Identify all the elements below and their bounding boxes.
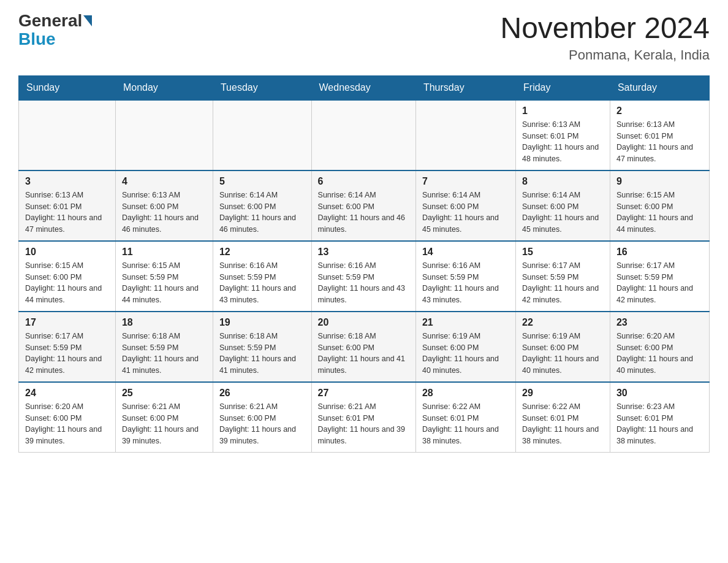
week-row-2: 3Sunrise: 6:13 AM Sunset: 6:01 PM Daylig… — [19, 170, 710, 241]
logo: General Blue — [18, 12, 92, 49]
week-row-4: 17Sunrise: 6:17 AM Sunset: 5:59 PM Dayli… — [19, 312, 710, 382]
calendar-cell: 24Sunrise: 6:20 AM Sunset: 6:00 PM Dayli… — [19, 382, 116, 453]
calendar-cell — [213, 100, 311, 170]
calendar-cell: 25Sunrise: 6:21 AM Sunset: 6:00 PM Dayli… — [115, 382, 213, 453]
day-info: Sunrise: 6:18 AM Sunset: 5:59 PM Dayligh… — [122, 331, 207, 377]
day-info: Sunrise: 6:19 AM Sunset: 6:00 PM Dayligh… — [422, 331, 509, 377]
day-number: 30 — [616, 388, 703, 399]
calendar-cell: 19Sunrise: 6:18 AM Sunset: 5:59 PM Dayli… — [213, 312, 311, 382]
calendar-cell: 4Sunrise: 6:13 AM Sunset: 6:00 PM Daylig… — [115, 170, 213, 241]
day-number: 4 — [122, 176, 207, 187]
day-number: 10 — [25, 247, 109, 258]
calendar-cell: 23Sunrise: 6:20 AM Sunset: 6:00 PM Dayli… — [610, 312, 709, 382]
day-number: 3 — [25, 176, 109, 187]
day-number: 27 — [318, 388, 409, 399]
day-info: Sunrise: 6:22 AM Sunset: 6:01 PM Dayligh… — [522, 401, 604, 447]
day-number: 13 — [318, 247, 409, 258]
day-number: 28 — [422, 388, 509, 399]
title-section: November 2024 Ponmana, Kerala, India — [500, 12, 710, 63]
calendar-table: SundayMondayTuesdayWednesdayThursdayFrid… — [18, 75, 710, 453]
week-row-5: 24Sunrise: 6:20 AM Sunset: 6:00 PM Dayli… — [19, 382, 710, 453]
day-info: Sunrise: 6:18 AM Sunset: 6:00 PM Dayligh… — [318, 331, 409, 377]
day-number: 5 — [219, 176, 305, 187]
day-info: Sunrise: 6:16 AM Sunset: 5:59 PM Dayligh… — [219, 260, 305, 306]
day-number: 23 — [616, 317, 703, 328]
header-cell-saturday: Saturday — [610, 75, 709, 100]
calendar-cell: 14Sunrise: 6:16 AM Sunset: 5:59 PM Dayli… — [415, 241, 515, 312]
calendar-cell: 3Sunrise: 6:13 AM Sunset: 6:01 PM Daylig… — [19, 170, 116, 241]
header-row: SundayMondayTuesdayWednesdayThursdayFrid… — [19, 75, 710, 100]
day-info: Sunrise: 6:13 AM Sunset: 6:01 PM Dayligh… — [522, 119, 604, 165]
calendar-cell: 7Sunrise: 6:14 AM Sunset: 6:00 PM Daylig… — [415, 170, 515, 241]
week-row-3: 10Sunrise: 6:15 AM Sunset: 6:00 PM Dayli… — [19, 241, 710, 312]
day-number: 14 — [422, 247, 509, 258]
day-number: 20 — [318, 317, 409, 328]
calendar-cell: 9Sunrise: 6:15 AM Sunset: 6:00 PM Daylig… — [610, 170, 709, 241]
day-info: Sunrise: 6:18 AM Sunset: 5:59 PM Dayligh… — [219, 331, 305, 377]
day-info: Sunrise: 6:14 AM Sunset: 6:00 PM Dayligh… — [318, 190, 409, 236]
logo-blue: Blue — [18, 29, 56, 49]
calendar-cell: 16Sunrise: 6:17 AM Sunset: 5:59 PM Dayli… — [610, 241, 709, 312]
calendar-cell: 12Sunrise: 6:16 AM Sunset: 5:59 PM Dayli… — [213, 241, 311, 312]
day-info: Sunrise: 6:20 AM Sunset: 6:00 PM Dayligh… — [616, 331, 703, 377]
calendar-cell: 6Sunrise: 6:14 AM Sunset: 6:00 PM Daylig… — [311, 170, 415, 241]
calendar-title: November 2024 — [500, 12, 710, 45]
day-info: Sunrise: 6:21 AM Sunset: 6:00 PM Dayligh… — [122, 401, 207, 447]
day-info: Sunrise: 6:21 AM Sunset: 6:01 PM Dayligh… — [318, 401, 409, 447]
page-header: General Blue November 2024 Ponmana, Kera… — [18, 12, 710, 63]
header-cell-sunday: Sunday — [19, 75, 116, 100]
calendar-cell: 26Sunrise: 6:21 AM Sunset: 6:00 PM Dayli… — [213, 382, 311, 453]
day-number: 11 — [122, 247, 207, 258]
day-number: 17 — [25, 317, 109, 328]
day-info: Sunrise: 6:16 AM Sunset: 5:59 PM Dayligh… — [318, 260, 409, 306]
day-info: Sunrise: 6:21 AM Sunset: 6:00 PM Dayligh… — [219, 401, 305, 447]
logo-arrow-icon — [83, 15, 92, 26]
day-number: 21 — [422, 317, 509, 328]
day-number: 6 — [318, 176, 409, 187]
calendar-cell: 11Sunrise: 6:15 AM Sunset: 5:59 PM Dayli… — [115, 241, 213, 312]
day-info: Sunrise: 6:14 AM Sunset: 6:00 PM Dayligh… — [219, 190, 305, 236]
calendar-cell — [311, 100, 415, 170]
calendar-cell: 29Sunrise: 6:22 AM Sunset: 6:01 PM Dayli… — [516, 382, 610, 453]
header-cell-friday: Friday — [516, 75, 610, 100]
day-info: Sunrise: 6:20 AM Sunset: 6:00 PM Dayligh… — [25, 401, 109, 447]
day-number: 12 — [219, 247, 305, 258]
calendar-cell: 1Sunrise: 6:13 AM Sunset: 6:01 PM Daylig… — [516, 100, 610, 170]
day-number: 9 — [616, 176, 703, 187]
calendar-cell: 22Sunrise: 6:19 AM Sunset: 6:00 PM Dayli… — [516, 312, 610, 382]
header-cell-thursday: Thursday — [415, 75, 515, 100]
calendar-cell: 28Sunrise: 6:22 AM Sunset: 6:01 PM Dayli… — [415, 382, 515, 453]
day-info: Sunrise: 6:13 AM Sunset: 6:01 PM Dayligh… — [25, 190, 109, 236]
day-info: Sunrise: 6:17 AM Sunset: 5:59 PM Dayligh… — [616, 260, 703, 306]
day-info: Sunrise: 6:13 AM Sunset: 6:01 PM Dayligh… — [616, 119, 703, 165]
calendar-cell — [115, 100, 213, 170]
day-number: 7 — [422, 176, 509, 187]
calendar-cell: 8Sunrise: 6:14 AM Sunset: 6:00 PM Daylig… — [516, 170, 610, 241]
day-info: Sunrise: 6:15 AM Sunset: 5:59 PM Dayligh… — [122, 260, 207, 306]
day-info: Sunrise: 6:14 AM Sunset: 6:00 PM Dayligh… — [422, 190, 509, 236]
calendar-cell: 27Sunrise: 6:21 AM Sunset: 6:01 PM Dayli… — [311, 382, 415, 453]
calendar-cell: 18Sunrise: 6:18 AM Sunset: 5:59 PM Dayli… — [115, 312, 213, 382]
day-number: 22 — [522, 317, 604, 328]
calendar-cell: 2Sunrise: 6:13 AM Sunset: 6:01 PM Daylig… — [610, 100, 709, 170]
calendar-cell: 30Sunrise: 6:23 AM Sunset: 6:01 PM Dayli… — [610, 382, 709, 453]
day-info: Sunrise: 6:13 AM Sunset: 6:00 PM Dayligh… — [122, 190, 207, 236]
day-number: 2 — [616, 105, 703, 117]
calendar-cell: 10Sunrise: 6:15 AM Sunset: 6:00 PM Dayli… — [19, 241, 116, 312]
day-info: Sunrise: 6:15 AM Sunset: 6:00 PM Dayligh… — [25, 260, 109, 306]
day-number: 1 — [522, 105, 604, 117]
day-info: Sunrise: 6:23 AM Sunset: 6:01 PM Dayligh… — [616, 401, 703, 447]
day-number: 16 — [616, 247, 703, 258]
calendar-body: 1Sunrise: 6:13 AM Sunset: 6:01 PM Daylig… — [19, 100, 710, 453]
day-info: Sunrise: 6:17 AM Sunset: 5:59 PM Dayligh… — [25, 331, 109, 377]
calendar-cell: 5Sunrise: 6:14 AM Sunset: 6:00 PM Daylig… — [213, 170, 311, 241]
day-number: 24 — [25, 388, 109, 399]
day-info: Sunrise: 6:22 AM Sunset: 6:01 PM Dayligh… — [422, 401, 509, 447]
calendar-header: SundayMondayTuesdayWednesdayThursdayFrid… — [19, 75, 710, 100]
day-info: Sunrise: 6:14 AM Sunset: 6:00 PM Dayligh… — [522, 190, 604, 236]
day-info: Sunrise: 6:15 AM Sunset: 6:00 PM Dayligh… — [616, 190, 703, 236]
day-number: 19 — [219, 317, 305, 328]
header-cell-monday: Monday — [115, 75, 213, 100]
day-info: Sunrise: 6:16 AM Sunset: 5:59 PM Dayligh… — [422, 260, 509, 306]
day-number: 15 — [522, 247, 604, 258]
